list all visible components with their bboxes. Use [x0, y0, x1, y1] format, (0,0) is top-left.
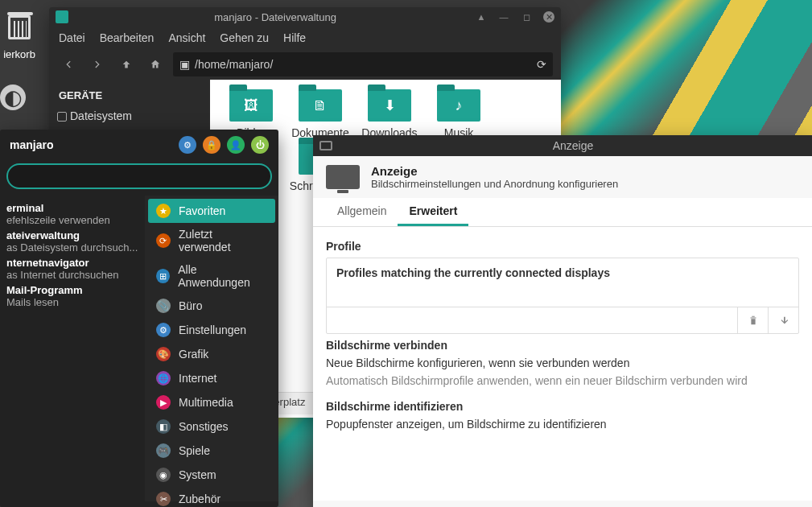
category-item[interactable]: ▶Multimedia — [148, 390, 275, 414]
settings-subtitle: Bildschirmeinstellungen und Anordnung ko… — [371, 178, 618, 190]
connect-option-2[interactable]: Automatisch Bildschirmprofile anwenden, … — [326, 374, 799, 387]
app-item[interactable]: ateiverwaltungas Dateisystem durchsuch..… — [0, 228, 145, 255]
display-icon — [319, 141, 332, 150]
category-item[interactable]: ⚙Einstellungen — [148, 318, 275, 342]
menu-edit[interactable]: Bearbeiten — [100, 31, 155, 44]
path-bar: ▣ ⟳ — [173, 52, 553, 76]
profile-row[interactable]: Profiles matching the currently connecte… — [327, 258, 798, 287]
search-input[interactable] — [8, 165, 270, 188]
sidebar-item-filesystem[interactable]: Dateisystem — [52, 105, 207, 127]
category-item[interactable]: ✂Zubehör — [148, 487, 275, 507]
settings-titlebar[interactable]: Anzeige — [313, 135, 812, 156]
connect-option-1[interactable]: Neue Bildschirme konfigurieren, wenn sie… — [326, 357, 799, 369]
app-menu: manjaro ⚙ 🔒 👤 ⏻ erminalefehlszeile verwe… — [0, 130, 278, 507]
app-icon: ◐ — [0, 84, 26, 110]
identify-heading: Bildschirme identifizieren — [326, 400, 799, 413]
connect-heading: Bildschirme verbinden — [326, 339, 799, 352]
identify-option[interactable]: Popupfenster anzeigen, um Bildschirme zu… — [326, 418, 799, 431]
fm-title: manjaro - Dateiverwaltung — [75, 11, 476, 23]
folder-item[interactable]: 🗎Dokumente — [286, 89, 355, 139]
forward-button[interactable] — [86, 53, 109, 76]
settings-icon[interactable]: ⚙ — [179, 136, 196, 154]
folder-item[interactable]: ⬇Downloads — [355, 89, 424, 139]
app-item[interactable]: Mail-ProgrammMails lesen — [0, 282, 145, 310]
settings-tabs: Allgemein Erweitert — [313, 198, 812, 227]
trash-label: ierkorb — [0, 48, 39, 60]
desktop-app-icon[interactable]: ◐ — [0, 84, 26, 110]
path-input[interactable] — [195, 58, 537, 71]
menu-apps-list: erminalefehlszeile verwendenateiverwaltu… — [0, 196, 145, 501]
category-item[interactable]: ★Favoriten — [148, 199, 275, 223]
sidebar-devices-header: GERÄTE — [52, 86, 207, 105]
desktop-trash-icon[interactable]: ierkorb — [0, 8, 39, 60]
folder-item[interactable]: ♪Musik — [424, 89, 493, 139]
profile-heading: Profile — [326, 240, 799, 253]
settings-window-title: Anzeige — [340, 139, 806, 152]
tab-general[interactable]: Allgemein — [326, 198, 398, 226]
save-profile-button[interactable] — [768, 307, 798, 333]
monitor-icon — [326, 165, 360, 189]
menu-title: manjaro — [10, 138, 172, 151]
app-item[interactable]: nternetnavigatoras Internet durchsuchen — [0, 255, 145, 282]
menu-search — [6, 163, 272, 189]
lock-icon[interactable]: 🔒 — [203, 136, 221, 154]
settings-header: Anzeige Bildschirmeinstellungen und Anor… — [313, 156, 812, 198]
category-item[interactable]: 🎮Spiele — [148, 439, 275, 463]
power-icon[interactable]: ⏻ — [251, 136, 269, 154]
menu-view[interactable]: Ansicht — [168, 31, 205, 44]
folder-icon: ▣ — [179, 58, 190, 71]
keep-above-icon[interactable]: ▲ — [476, 11, 487, 23]
trash-icon — [0, 8, 39, 47]
menu-categories: ★Favoriten⟳Zuletzt verwendet⊞Alle Anwend… — [145, 196, 278, 501]
tab-advanced[interactable]: Erweitert — [398, 198, 468, 226]
minimize-icon[interactable]: — — [498, 11, 509, 23]
category-item[interactable]: ◉System — [148, 463, 275, 487]
category-item[interactable]: 📎Büro — [148, 294, 275, 318]
maximize-icon[interactable]: ◻ — [521, 11, 532, 23]
up-button[interactable] — [115, 53, 138, 76]
menu-file[interactable]: Datei — [59, 31, 85, 44]
fm-toolbar: ▣ ⟳ — [49, 49, 561, 80]
home-button[interactable] — [144, 53, 167, 76]
settings-body: Profile Profiles matching the currently … — [313, 227, 812, 501]
category-item[interactable]: 🌐Internet — [148, 366, 275, 390]
fm-menubar: Datei Bearbeiten Ansicht Gehen zu Hilfe — [49, 27, 561, 49]
settings-window: Anzeige Anzeige Bildschirmeinstellungen … — [313, 135, 812, 507]
profile-list: Profiles matching the currently connecte… — [326, 258, 799, 334]
back-button[interactable] — [57, 53, 80, 76]
menu-help[interactable]: Hilfe — [283, 31, 306, 44]
reload-icon[interactable]: ⟳ — [537, 58, 546, 71]
menu-go[interactable]: Gehen zu — [220, 31, 269, 44]
fm-titlebar[interactable]: manjaro - Dateiverwaltung ▲ — ◻ ✕ — [49, 7, 561, 27]
category-item[interactable]: ◧Sonstiges — [148, 414, 275, 439]
fm-app-icon — [56, 10, 68, 23]
close-icon[interactable]: ✕ — [543, 11, 554, 23]
category-item[interactable]: ⟳Zuletzt verwendet — [148, 223, 275, 258]
category-item[interactable]: 🎨Grafik — [148, 342, 275, 366]
category-item[interactable]: ⊞Alle Anwendungen — [148, 258, 275, 294]
delete-profile-button[interactable] — [737, 307, 768, 333]
user-icon[interactable]: 👤 — [227, 136, 245, 154]
app-item[interactable]: erminalefehlszeile verwenden — [0, 200, 145, 228]
settings-title: Anzeige — [371, 164, 618, 178]
